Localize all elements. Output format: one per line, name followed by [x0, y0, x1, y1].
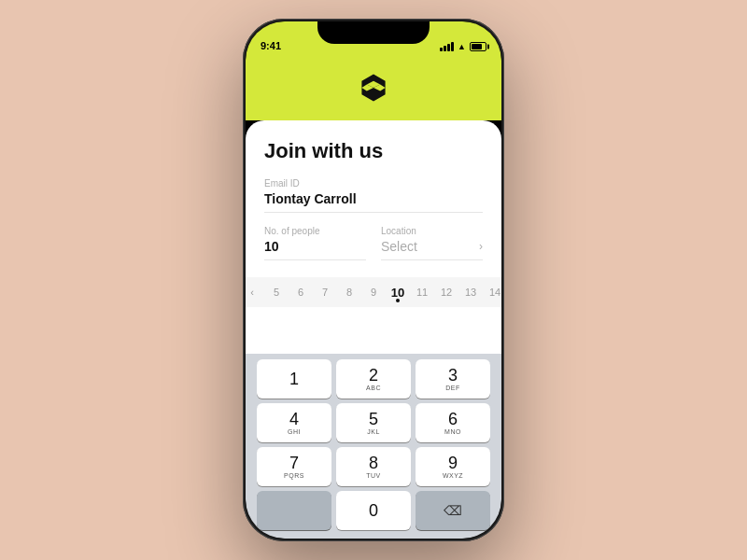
key-number-label: 1	[289, 371, 299, 387]
key-number-label: 9	[448, 455, 458, 471]
location-placeholder: Select	[381, 239, 417, 254]
picker-number-13[interactable]: 13	[463, 287, 478, 298]
location-field-group: Location Select ›	[381, 226, 483, 260]
people-label: No. of people	[264, 226, 366, 236]
key-1[interactable]: 1	[257, 359, 331, 399]
number-picker[interactable]: ‹567891011121314	[246, 277, 501, 307]
picker-number-11[interactable]: 11	[415, 287, 430, 298]
key-9[interactable]: 9WXYZ	[416, 447, 490, 486]
delete-icon: ⌫	[444, 503, 462, 518]
picker-number-‹[interactable]: ‹	[246, 287, 260, 298]
key-4[interactable]: 4GHI	[257, 403, 331, 442]
location-label: Location	[381, 226, 483, 236]
keyboard-bottom-row: 0⌫	[249, 491, 498, 530]
status-time: 9:41	[261, 40, 281, 51]
phone-body: 9:41 ▲	[243, 19, 504, 541]
key-6[interactable]: 6MNO	[416, 403, 490, 442]
key-letters-label: DEF	[445, 385, 460, 391]
email-value[interactable]: Tiontay Carroll	[264, 191, 483, 213]
key-number-label: 3	[448, 367, 458, 384]
key-letters-label: JKL	[367, 428, 380, 435]
battery-icon	[470, 42, 486, 51]
two-column-row: No. of people 10 Location Select ›	[264, 226, 483, 260]
picker-number-8[interactable]: 8	[342, 287, 357, 298]
page-title: Join with us	[264, 139, 483, 163]
key-number-label: 7	[289, 455, 299, 471]
key-row: 7PQRS8TUV9WXYZ	[249, 447, 498, 486]
key-delete[interactable]: ⌫	[416, 491, 490, 530]
phone-device: 9:41 ▲	[243, 19, 504, 541]
key-zero-label: 0	[369, 502, 378, 519]
key-8[interactable]: 8TUV	[336, 447, 411, 486]
keyboard: 12ABC3DEF4GHI5JKL6MNO7PQRS8TUV9WXYZ0⌫	[246, 354, 501, 539]
picker-number-10[interactable]: 10	[390, 286, 405, 300]
key-letters-label: MNO	[444, 428, 461, 435]
key-number-label: 8	[369, 455, 378, 471]
key-letters-label: GHI	[288, 428, 301, 435]
email-field-group: Email ID Tiontay Carroll	[264, 178, 483, 213]
content-area: Join with us Email ID Tiontay Carroll No…	[246, 120, 501, 354]
key-number-label: 4	[289, 411, 299, 427]
key-row: 12ABC3DEF	[249, 359, 498, 399]
phone-inner: 9:41 ▲	[246, 21, 501, 539]
picker-number-12[interactable]: 12	[439, 287, 454, 298]
key-2[interactable]: 2ABC	[336, 359, 411, 399]
picker-number-7[interactable]: 7	[317, 287, 332, 298]
notch	[317, 21, 430, 44]
key-7[interactable]: 7PQRS	[257, 447, 331, 486]
key-row: 4GHI5JKL6MNO	[249, 403, 498, 442]
screen: 9:41 ▲	[246, 21, 501, 539]
key-letters-label: ABC	[366, 385, 381, 391]
chevron-right-icon: ›	[479, 240, 483, 253]
key-5[interactable]: 5JKL	[336, 403, 411, 442]
email-label: Email ID	[264, 178, 483, 189]
people-input[interactable]: 10	[264, 239, 366, 260]
app-logo-icon	[357, 71, 390, 105]
key-number-label: 6	[448, 411, 458, 427]
key-letters-label: WXYZ	[443, 472, 463, 479]
wifi-icon: ▲	[458, 42, 466, 51]
signal-icon	[440, 42, 454, 51]
app-header	[246, 55, 501, 120]
key-special-left[interactable]	[257, 491, 331, 530]
key-zero[interactable]: 0	[336, 491, 411, 530]
key-number-label: 5	[369, 411, 378, 427]
key-3[interactable]: 3DEF	[416, 359, 490, 399]
picker-number-5[interactable]: 5	[269, 287, 284, 298]
status-icons: ▲	[440, 42, 486, 51]
key-letters-label: TUV	[366, 472, 381, 479]
people-field-group: No. of people 10	[264, 226, 366, 260]
key-number-label: 2	[369, 367, 378, 384]
location-select[interactable]: Select ›	[381, 239, 483, 260]
key-letters-label: PQRS	[284, 472, 304, 479]
picker-number-6[interactable]: 6	[293, 287, 308, 298]
picker-number-14[interactable]: 14	[487, 287, 501, 298]
picker-number-9[interactable]: 9	[366, 287, 381, 298]
